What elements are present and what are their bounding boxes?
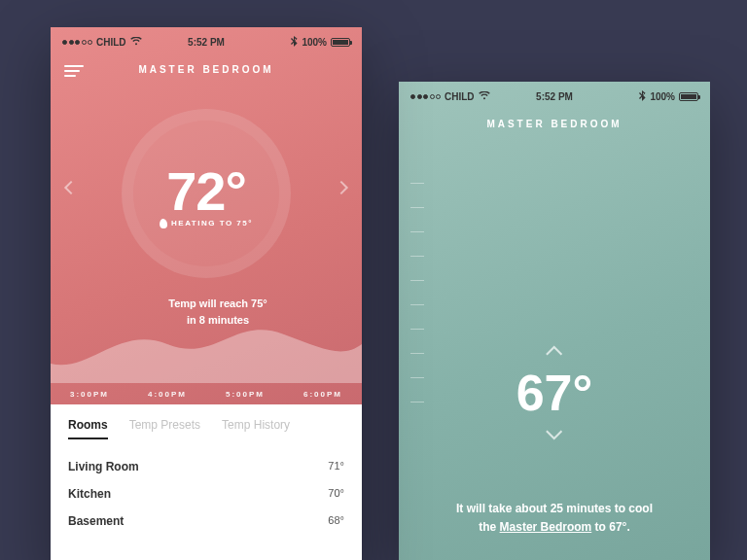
bottom-panel: Rooms Temp Presets Temp History Living R… bbox=[51, 404, 362, 535]
hero-warm: CHILD 5:52 PM 100% MASTER BEDROOM 72° bbox=[51, 27, 362, 404]
battery-icon bbox=[679, 92, 698, 101]
room-row[interactable]: Living Room 71° bbox=[68, 453, 344, 480]
wifi-icon bbox=[479, 91, 490, 102]
carrier-label: CHILD bbox=[445, 91, 475, 102]
timeline-tick: 5:00PM bbox=[206, 390, 284, 399]
tab-temp-presets[interactable]: Temp Presets bbox=[129, 418, 200, 439]
flame-icon bbox=[160, 218, 168, 228]
increase-temp-button[interactable] bbox=[547, 346, 563, 363]
thermostat-main-screen: CHILD 5:52 PM 100% MASTER BEDROOM 72° bbox=[51, 27, 362, 560]
tab-temp-history[interactable]: Temp History bbox=[222, 418, 290, 439]
room-row[interactable]: Kitchen 70° bbox=[68, 480, 344, 508]
room-name: Basement bbox=[68, 514, 124, 528]
temperature-ruler[interactable] bbox=[410, 159, 424, 453]
room-temp: 71° bbox=[328, 460, 344, 473]
timeline-tick: 6:00PM bbox=[284, 390, 362, 399]
prev-room-button[interactable] bbox=[64, 181, 78, 194]
next-room-button[interactable] bbox=[335, 181, 348, 194]
signal-dots-icon bbox=[62, 40, 92, 45]
room-temp: 68° bbox=[328, 514, 344, 528]
clock: 5:52 PM bbox=[536, 91, 573, 102]
room-title: MASTER BEDROOM bbox=[62, 64, 350, 75]
current-temperature: 72° bbox=[166, 159, 246, 223]
status-bar: CHILD 5:52 PM 100% bbox=[62, 33, 350, 51]
target-temperature: 67° bbox=[516, 364, 593, 422]
clock: 5:52 PM bbox=[188, 37, 225, 48]
carrier-label: CHILD bbox=[96, 37, 126, 48]
tab-bar: Rooms Temp Presets Temp History bbox=[68, 418, 344, 439]
battery-percent: 100% bbox=[650, 91, 675, 102]
room-title: MASTER BEDROOM bbox=[410, 119, 698, 129]
timeline-tick: 4:00PM bbox=[128, 390, 206, 399]
thermostat-set-screen: CHILD 5:52 PM 100% MASTER BEDROOM 67° bbox=[399, 82, 710, 560]
decrease-temp-button[interactable] bbox=[547, 424, 563, 440]
battery-percent: 100% bbox=[302, 37, 327, 48]
heating-status: HEATING TO 75° bbox=[160, 219, 253, 228]
room-name: Living Room bbox=[68, 460, 139, 473]
signal-dots-icon bbox=[410, 94, 441, 99]
tab-rooms[interactable]: Rooms bbox=[68, 418, 108, 439]
wifi-icon bbox=[130, 37, 142, 48]
temperature-wave-chart bbox=[51, 305, 362, 383]
hero-cool: CHILD 5:52 PM 100% MASTER BEDROOM 67° bbox=[399, 82, 710, 560]
room-link[interactable]: Master Bedroom bbox=[500, 520, 592, 534]
menu-button[interactable] bbox=[64, 62, 84, 80]
set-temperature-control: 67° bbox=[516, 344, 593, 441]
timeline-axis: 3:00PM 4:00PM 5:00PM 6:00PM bbox=[51, 390, 362, 399]
status-bar: CHILD 5:52 PM 100% bbox=[410, 88, 698, 105]
bluetooth-icon bbox=[639, 90, 646, 103]
room-name: Kitchen bbox=[68, 487, 111, 501]
room-row[interactable]: Basement 68° bbox=[68, 508, 344, 535]
battery-icon bbox=[331, 38, 350, 47]
timeline-tick: 3:00PM bbox=[51, 390, 128, 399]
bluetooth-icon bbox=[291, 36, 298, 49]
temperature-dial[interactable]: 72° HEATING TO 75° bbox=[122, 109, 291, 278]
cooling-estimate: It will take about 25 minutes to cool th… bbox=[399, 500, 710, 537]
room-temp: 70° bbox=[328, 487, 344, 501]
